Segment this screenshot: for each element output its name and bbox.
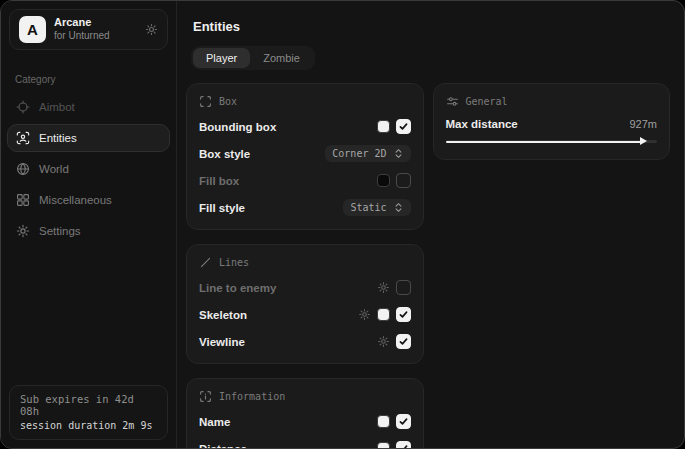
- sidebar: A Arcane for Unturned Category Aimbot: [1, 1, 177, 448]
- gear-icon[interactable]: [145, 23, 158, 36]
- select-value: Corner 2D: [332, 148, 386, 159]
- setting-label: Box style: [199, 148, 325, 160]
- setting-label: Viewline: [199, 336, 377, 348]
- select-value: Static: [350, 202, 386, 213]
- setting-label: Name: [199, 416, 377, 428]
- section-title: General: [466, 96, 508, 107]
- setting-row: Fill style Static: [199, 199, 411, 216]
- line-to-enemy-checkbox[interactable]: [396, 280, 411, 295]
- setting-label: Distance: [199, 443, 377, 449]
- section-title: Box: [219, 96, 237, 107]
- sidebar-item-miscellaneous[interactable]: Miscellaneous: [7, 186, 170, 214]
- max-distance-label: Max distance: [446, 118, 630, 130]
- setting-label: Fill style: [199, 202, 343, 214]
- setting-row: Bounding box: [199, 118, 411, 135]
- slider-thumb[interactable]: [640, 137, 647, 145]
- bounding-box-checkbox[interactable]: [396, 119, 411, 134]
- gear-icon[interactable]: [377, 335, 390, 348]
- fill-box-checkbox[interactable]: [396, 173, 411, 188]
- session-duration-text: session duration 2m 9s: [20, 420, 157, 431]
- brand-card: A Arcane for Unturned: [9, 9, 168, 50]
- color-swatch[interactable]: [377, 442, 390, 448]
- gear-icon: [16, 224, 30, 238]
- lines-section-card: Lines Line to enemy Skeleton: [186, 244, 424, 364]
- chevron-up-down-icon: [393, 202, 404, 213]
- color-swatch[interactable]: [377, 415, 390, 428]
- sidebar-item-label: World: [39, 163, 69, 175]
- entity-tabs: Player Zombie: [191, 46, 315, 70]
- distance-checkbox[interactable]: [396, 441, 411, 448]
- subscription-status-card: Sub expires in 42d 08h session duration …: [9, 385, 168, 440]
- sub-expiry-text: Sub expires in 42d 08h: [20, 393, 157, 417]
- sidebar-item-label: Entities: [39, 132, 77, 144]
- app-window: A Arcane for Unturned Category Aimbot: [0, 0, 685, 449]
- setting-row: Box style Corner 2D: [199, 145, 411, 162]
- main-panel: Entities Player Zombie Box Bounding box: [177, 1, 684, 448]
- skeleton-checkbox[interactable]: [396, 307, 411, 322]
- setting-row: Distance: [199, 440, 411, 448]
- page-title: Entities: [193, 19, 670, 34]
- tab-player[interactable]: Player: [193, 48, 250, 68]
- max-distance-slider[interactable]: [446, 136, 658, 146]
- max-distance-value: 927m: [629, 118, 657, 130]
- sidebar-item-aimbot[interactable]: Aimbot: [7, 93, 170, 121]
- color-swatch[interactable]: [377, 174, 390, 187]
- box-style-select[interactable]: Corner 2D: [325, 145, 410, 162]
- sidebar-item-world[interactable]: World: [7, 155, 170, 183]
- viewline-checkbox[interactable]: [396, 334, 411, 349]
- section-title: Information: [219, 391, 285, 402]
- brand-subtitle: for Unturned: [54, 30, 137, 43]
- box-corners-icon: [199, 95, 212, 108]
- color-swatch[interactable]: [377, 308, 390, 321]
- sidebar-item-label: Aimbot: [39, 101, 75, 113]
- setting-label: Fill box: [199, 175, 377, 187]
- sidebar-nav: Aimbot Entities World Miscellaneous: [1, 93, 176, 245]
- sidebar-item-label: Miscellaneous: [39, 194, 112, 206]
- entities-scan-icon: [16, 131, 30, 145]
- fill-style-select[interactable]: Static: [343, 199, 410, 216]
- diagonal-line-icon: [199, 256, 212, 269]
- setting-row: Fill box: [199, 172, 411, 189]
- tab-zombie[interactable]: Zombie: [250, 48, 313, 68]
- info-scan-icon: [199, 390, 212, 403]
- section-title: Lines: [219, 257, 249, 268]
- box-section-card: Box Bounding box Box style Corne: [186, 83, 424, 230]
- brand-name: Arcane: [54, 16, 137, 30]
- slider-fill: [446, 141, 642, 143]
- sidebar-item-label: Settings: [39, 225, 81, 237]
- chevron-up-down-icon: [393, 148, 404, 159]
- globe-icon: [16, 162, 30, 176]
- brand-logo: A: [19, 16, 46, 43]
- sidebar-item-entities[interactable]: Entities: [7, 124, 170, 152]
- crosshair-icon: [16, 100, 30, 114]
- name-checkbox[interactable]: [396, 414, 411, 429]
- sidebar-item-settings[interactable]: Settings: [7, 217, 170, 245]
- setting-label: Bounding box: [199, 121, 377, 133]
- gear-icon[interactable]: [377, 281, 390, 294]
- gear-icon[interactable]: [358, 308, 371, 321]
- setting-row: Viewline: [199, 333, 411, 350]
- setting-row: Name: [199, 413, 411, 430]
- setting-label: Line to enemy: [199, 282, 377, 294]
- general-section-card: General Max distance 927m: [433, 83, 671, 160]
- setting-row: Skeleton: [199, 306, 411, 323]
- setting-row: Line to enemy: [199, 279, 411, 296]
- category-label: Category: [15, 74, 162, 85]
- information-section-card: Information Name Distance: [186, 378, 424, 448]
- color-swatch[interactable]: [377, 120, 390, 133]
- grid-icon: [16, 193, 30, 207]
- setting-label: Skeleton: [199, 309, 358, 321]
- sliders-icon: [446, 95, 459, 108]
